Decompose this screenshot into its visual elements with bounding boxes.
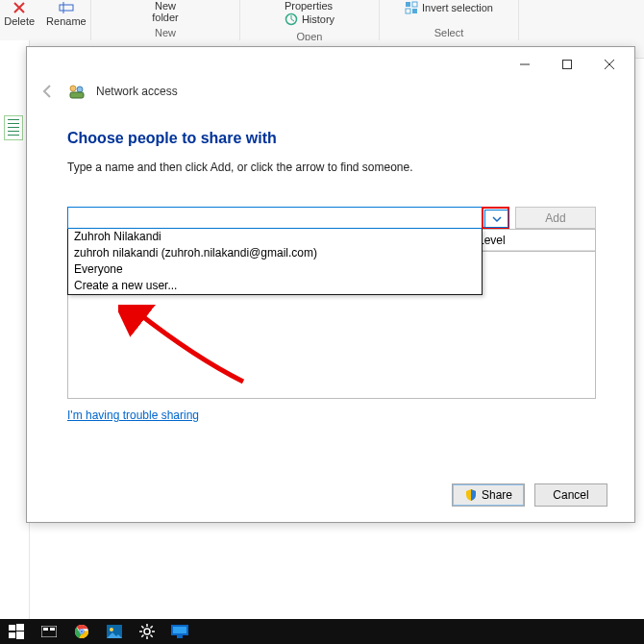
svg-line-32 — [141, 635, 143, 637]
svg-rect-12 — [9, 625, 15, 631]
ribbon-invert-selection[interactable]: Invert selection — [399, 0, 499, 15]
svg-point-9 — [70, 86, 76, 91]
ribbon-rename[interactable]: Rename — [40, 0, 92, 27]
back-button[interactable] — [38, 82, 58, 101]
svg-point-10 — [77, 87, 83, 92]
minimize-button[interactable] — [504, 51, 546, 78]
ribbon-newfolder-l2: folder — [152, 12, 179, 23]
dropdown-item-create-user[interactable]: Create a new user... — [68, 278, 482, 294]
start-button[interactable] — [0, 619, 33, 644]
network-access-icon — [67, 83, 87, 100]
svg-point-24 — [110, 628, 113, 632]
ribbon-rename-label: Rename — [46, 15, 87, 27]
svg-rect-16 — [41, 626, 57, 637]
svg-rect-18 — [50, 628, 55, 631]
svg-rect-15 — [16, 632, 24, 639]
ribbon-delete[interactable]: Delete — [0, 0, 40, 27]
file-thumbnail[interactable] — [4, 115, 23, 140]
svg-rect-3 — [406, 2, 410, 7]
ribbon-newfolder-l1: New — [155, 0, 176, 12]
taskbar-taskview[interactable] — [33, 619, 65, 644]
dropdown-item-user2[interactable]: zuhroh nilakandi (zuhroh.nilakandi@gmail… — [68, 245, 482, 261]
explorer-ribbon: Delete Rename New folder New Properties — [0, 0, 644, 41]
taskbar-settings[interactable] — [131, 619, 163, 644]
svg-rect-13 — [16, 624, 24, 631]
photos-icon — [107, 625, 122, 638]
permission-level-header[interactable]: Level — [471, 229, 596, 252]
share-dropdown-list: Zuhroh Nilakandi zuhroh nilakandi (zuhro… — [67, 229, 483, 295]
close-button[interactable] — [588, 51, 631, 78]
add-button[interactable]: Add — [515, 207, 596, 229]
ribbon-group-new: New — [155, 23, 176, 38]
svg-rect-36 — [173, 627, 186, 633]
dialog-title: Network access — [96, 85, 178, 98]
dropdown-item-everyone[interactable]: Everyone — [68, 261, 482, 278]
ribbon-invert-label: Invert selection — [422, 2, 493, 13]
chrome-icon — [74, 624, 89, 639]
windows-icon — [9, 624, 24, 639]
dialog-nav: Network access — [38, 82, 178, 101]
window-controls — [504, 51, 631, 78]
svg-rect-11 — [70, 92, 84, 98]
svg-line-33 — [151, 626, 153, 628]
combo-highlight — [482, 207, 509, 229]
svg-rect-14 — [9, 632, 15, 638]
gear-icon — [139, 624, 155, 639]
chevron-down-icon — [492, 214, 502, 224]
svg-point-25 — [144, 629, 150, 634]
delete-icon — [12, 0, 27, 15]
taskbar — [0, 619, 644, 644]
monitor-icon — [171, 625, 188, 638]
taskbar-app[interactable] — [163, 619, 196, 644]
trouble-sharing-link[interactable]: I'm having trouble sharing — [67, 409, 199, 422]
ribbon-properties[interactable]: Properties — [279, 0, 338, 12]
svg-line-31 — [151, 635, 153, 637]
share-combo: Add — [67, 207, 596, 229]
ribbon-delete-label: Delete — [4, 15, 35, 27]
svg-rect-5 — [406, 9, 410, 13]
ribbon-group-select: Select — [434, 23, 464, 38]
combo-dropdown-button[interactable] — [484, 210, 508, 228]
network-access-dialog: Network access Choose people to share wi… — [26, 46, 635, 523]
ribbon-history-label: History — [302, 13, 334, 25]
svg-rect-17 — [43, 628, 48, 631]
svg-rect-6 — [412, 9, 417, 13]
history-icon — [285, 12, 298, 26]
dialog-footer: Share Cancel — [452, 483, 607, 507]
svg-rect-8 — [563, 61, 572, 69]
rename-icon — [59, 0, 74, 15]
invert-icon — [405, 1, 418, 14]
dropdown-item-user1[interactable]: Zuhroh Nilakandi — [68, 229, 482, 245]
maximize-button[interactable] — [546, 51, 588, 78]
svg-rect-0 — [60, 5, 73, 11]
dialog-instruction: Type a name and then click Add, or click… — [67, 161, 596, 174]
dialog-content: Choose people to share with Type a name … — [67, 130, 596, 229]
uac-shield-icon — [464, 488, 478, 502]
taskbar-chrome[interactable] — [65, 619, 98, 644]
dialog-heading: Choose people to share with — [67, 130, 596, 147]
ribbon-history[interactable]: History — [279, 12, 340, 27]
svg-point-22 — [80, 630, 83, 632]
ribbon-new-folder[interactable]: New folder — [139, 0, 191, 23]
svg-rect-4 — [412, 2, 417, 7]
share-button[interactable]: Share — [452, 483, 525, 507]
cancel-button[interactable]: Cancel — [534, 483, 607, 507]
ribbon-properties-label: Properties — [285, 0, 333, 12]
share-name-input[interactable] — [67, 207, 482, 229]
annotation-arrow — [118, 305, 262, 391]
svg-line-30 — [141, 626, 143, 628]
svg-rect-35 — [177, 635, 183, 638]
taskview-icon — [41, 626, 57, 637]
taskbar-photos[interactable] — [98, 619, 131, 644]
share-button-label: Share — [482, 488, 512, 502]
